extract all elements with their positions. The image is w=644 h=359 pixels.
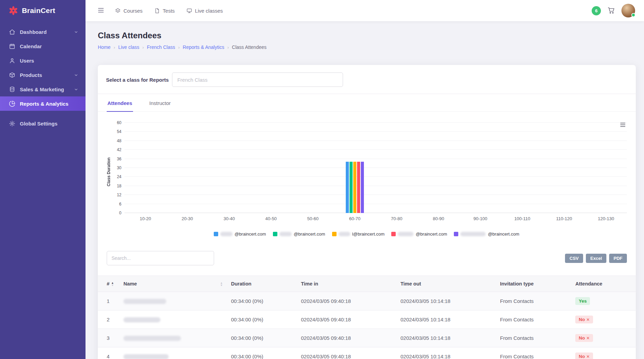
topnav-tests[interactable]: Tests bbox=[154, 8, 175, 14]
bar[interactable] bbox=[357, 162, 360, 213]
breadcrumb-link-french-class[interactable]: French Class bbox=[147, 44, 175, 50]
avatar[interactable] bbox=[621, 4, 635, 17]
redacted-name bbox=[123, 299, 166, 304]
x-tick-label: 40-50 bbox=[250, 216, 292, 221]
category-slot-50-60 bbox=[292, 123, 334, 213]
report-card: Select a class for Reports AttendeesInst… bbox=[98, 65, 636, 359]
search-input[interactable] bbox=[107, 251, 214, 265]
x-tick-label: 60-70 bbox=[334, 216, 376, 221]
class-select-input[interactable] bbox=[172, 72, 343, 87]
app: BrainCert DashboardCalendarUsersProducts… bbox=[0, 0, 644, 359]
brand-logo[interactable]: BrainCert bbox=[0, 0, 86, 21]
x-tick-label: 90-100 bbox=[459, 216, 501, 221]
table-row[interactable]: 300:34:00 (0%)02024/03/05 09:40:1802024/… bbox=[98, 329, 636, 347]
legend-label: @braincert.com bbox=[488, 231, 519, 237]
column-header-time-in[interactable]: Time in bbox=[297, 276, 396, 292]
sort-icon[interactable]: ▲▼ bbox=[111, 282, 114, 287]
column-header-time-out[interactable]: Time out bbox=[396, 276, 496, 292]
braincert-flower-icon bbox=[8, 5, 18, 16]
cell-name bbox=[119, 292, 227, 310]
table-row[interactable]: 100:34:00 (0%)02024/03/05 09:40:1802024/… bbox=[98, 292, 636, 310]
column-header-attendance[interactable]: Attendance bbox=[571, 276, 636, 292]
cell-time-in: 02024/03/05 09:40:18 bbox=[297, 347, 396, 359]
cell-invitation-type: From Contacts bbox=[496, 292, 571, 310]
cell-invitation-type: From Contacts bbox=[496, 310, 571, 329]
x-tick-label: 110-120 bbox=[543, 216, 585, 221]
topnav-courses[interactable]: Courses bbox=[115, 8, 143, 14]
bar[interactable] bbox=[346, 162, 349, 213]
y-tick-label: 24 bbox=[117, 174, 121, 179]
breadcrumb-link-live-class[interactable]: Live class bbox=[118, 44, 139, 50]
legend-label: @braincert.com bbox=[235, 231, 266, 237]
sidebar-item-calendar[interactable]: Calendar bbox=[0, 39, 86, 53]
y-tick-label: 0 bbox=[119, 211, 121, 215]
x-tick-label: 30-40 bbox=[208, 216, 250, 221]
cell-name bbox=[119, 329, 227, 347]
cart-icon bbox=[607, 6, 615, 14]
column-header-num[interactable]: #▲▼ bbox=[98, 276, 119, 292]
column-header-duration[interactable]: Duration bbox=[227, 276, 297, 292]
hamburger-button[interactable] bbox=[97, 6, 105, 15]
x-tick-label: 10-20 bbox=[124, 216, 166, 221]
cart-button[interactable] bbox=[607, 6, 615, 15]
settings-icon bbox=[9, 120, 15, 127]
table-row[interactable]: 400:34:00 (0%)02024/03/05 09:40:1802024/… bbox=[98, 347, 636, 359]
sidebar-item-products[interactable]: Products bbox=[0, 68, 86, 82]
column-header-invitation-type[interactable]: Invitation type bbox=[496, 276, 571, 292]
x-tick-label: 100-110 bbox=[501, 216, 543, 221]
bar[interactable] bbox=[353, 162, 356, 213]
y-tick-label: 12 bbox=[117, 192, 121, 197]
redacted-text bbox=[460, 232, 486, 236]
x-icon: ✕ bbox=[586, 354, 590, 359]
legend-item[interactable]: l@braincert.com bbox=[332, 231, 385, 237]
sidebar-item-global-settings[interactable]: Global Settings bbox=[0, 116, 86, 131]
online-status-dot bbox=[631, 13, 635, 17]
breadcrumb-link-reports-analytics[interactable]: Reports & Analytics bbox=[183, 44, 224, 50]
brand-name: BrainCert bbox=[22, 6, 55, 15]
export-pdf-button[interactable]: PDF bbox=[609, 254, 627, 263]
y-tick-label: 36 bbox=[117, 157, 121, 161]
column-header-name[interactable]: Name▲▼ bbox=[119, 276, 227, 292]
topbar: CoursesTestsLive classes 6 bbox=[86, 0, 644, 21]
class-select-row: Select a class for Reports bbox=[98, 65, 636, 94]
sidebar-item-sales-marketing[interactable]: Sales & Marketing bbox=[0, 82, 86, 96]
table-body: 100:34:00 (0%)02024/03/05 09:40:1802024/… bbox=[98, 292, 636, 359]
breadcrumb-separator: › bbox=[114, 45, 115, 50]
breadcrumb-separator: › bbox=[178, 45, 180, 50]
breadcrumb-separator: › bbox=[227, 45, 229, 50]
redacted-text bbox=[339, 232, 350, 236]
tab-instructor[interactable]: Instructor bbox=[149, 94, 172, 112]
export-csv-button[interactable]: CSV bbox=[565, 254, 583, 263]
category-slot-90-100 bbox=[459, 123, 501, 213]
breadcrumb-link-home[interactable]: Home bbox=[98, 44, 110, 50]
legend-item[interactable]: @braincert.com bbox=[214, 231, 266, 237]
redacted-name bbox=[123, 336, 181, 341]
cell-duration: 00:34:00 (0%) bbox=[227, 347, 297, 359]
topnav-live-classes[interactable]: Live classes bbox=[186, 8, 223, 14]
table-row[interactable]: 200:34:00 (0%)02024/03/05 09:40:1802024/… bbox=[98, 310, 636, 329]
topnav-menu: CoursesTestsLive classes bbox=[115, 8, 223, 14]
attendance-badge: No✕ bbox=[575, 316, 593, 323]
x-axis-labels: 10-2020-3030-4040-5050-6060-7070-8080-90… bbox=[124, 213, 627, 221]
sort-icon[interactable]: ▲▼ bbox=[220, 282, 223, 287]
legend-item[interactable]: @braincert.com bbox=[391, 231, 447, 237]
sidebar-item-users[interactable]: Users bbox=[0, 53, 86, 68]
cell-attendance: No✕ bbox=[571, 347, 636, 359]
cell-num: 4 bbox=[98, 347, 119, 359]
attendees-table: #▲▼Name▲▼DurationTime inTime outInvitati… bbox=[98, 276, 636, 359]
bar[interactable] bbox=[361, 162, 364, 213]
legend-item[interactable]: @braincert.com bbox=[273, 231, 325, 237]
category-slot-40-50 bbox=[250, 123, 292, 213]
x-tick-label: 50-60 bbox=[292, 216, 334, 221]
tab-attendees[interactable]: Attendees bbox=[107, 94, 133, 112]
export-excel-button[interactable]: Excel bbox=[586, 254, 606, 263]
sidebar-item-dashboard[interactable]: Dashboard bbox=[0, 25, 86, 39]
bar[interactable] bbox=[350, 162, 353, 213]
sidebar-item-reports-analytics[interactable]: Reports & Analytics bbox=[0, 96, 86, 111]
hamburger-menu-icon bbox=[97, 6, 105, 14]
sidebar-item-label: Users bbox=[20, 58, 34, 64]
legend-item[interactable]: @braincert.com bbox=[454, 231, 519, 237]
notification-badge[interactable]: 6 bbox=[592, 6, 601, 15]
legend-label: l@braincert.com bbox=[352, 231, 385, 237]
cell-name bbox=[119, 310, 227, 329]
